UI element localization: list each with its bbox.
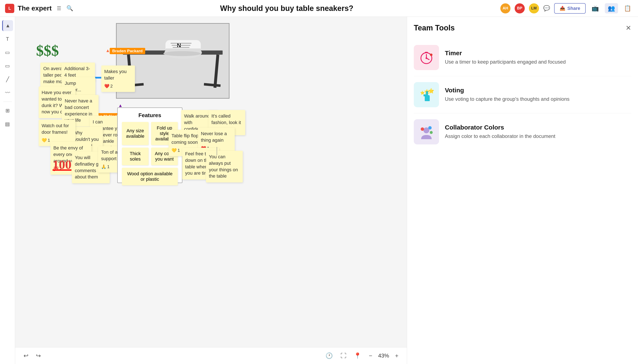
svg-point-19	[430, 54, 433, 56]
close-panel-button[interactable]: ✕	[625, 24, 631, 32]
share-icon: 📤	[560, 6, 565, 11]
svg-rect-2	[213, 54, 219, 88]
voting-icon-area: ⭐ ⭐ ⭐	[414, 82, 439, 107]
cursor-label-braden: Braden Packard	[110, 48, 145, 54]
cursor-braden: ▲ Braden Packard	[106, 48, 110, 53]
sticky-taller2[interactable]: Makes you taller ❤️2	[101, 66, 135, 92]
svg-rect-4	[204, 83, 221, 87]
timer-tool-item[interactable]: Timer Use a timer to keep participants e…	[414, 39, 631, 76]
select-tool[interactable]: ▲	[2, 20, 13, 31]
dollar-signs: $$$	[36, 42, 59, 60]
fullscreen-button[interactable]: ⛶	[339, 350, 348, 361]
page-title: Why should you buy table sneakers?	[220, 4, 353, 13]
left-toolbar: ▲ T ▭ ▭ ╱ 〰 ⊞ ▤	[0, 17, 15, 364]
present-icon[interactable]: 📺	[590, 3, 600, 14]
shape-tool-2[interactable]: ▭	[2, 60, 13, 71]
feature-thick-soles: Thick soles	[122, 148, 149, 165]
canvas: $$$ N ▲ Braden Packard	[15, 17, 407, 347]
zoom-controls: 🕐 ⛶ 📍 − 43% +	[324, 350, 400, 361]
avatar-bp: BP	[515, 3, 525, 14]
notes-icon[interactable]: 📋	[622, 3, 633, 14]
timer-icon-area	[414, 45, 439, 70]
svg-point-8	[163, 51, 201, 56]
collab-icon-area	[414, 119, 439, 144]
line-tool[interactable]: ╱	[2, 74, 13, 85]
grid-tool[interactable]: ⊞	[2, 105, 13, 116]
avatar-ah: AH	[500, 3, 510, 14]
timer-title: Timer	[445, 50, 566, 57]
sticky-text: You can always put your things on the ta…	[209, 154, 238, 179]
header-right: AH BP LM 💬 📤 Share 📺 👥 📋	[500, 3, 633, 14]
zoom-out-button[interactable]: −	[367, 351, 374, 361]
features-title: Features	[122, 112, 178, 118]
table-tool[interactable]: ▤	[2, 118, 13, 130]
team-icon[interactable]: 👥	[605, 3, 618, 14]
app-title: The expert	[18, 4, 52, 12]
voting-title: Voting	[445, 87, 569, 94]
svg-point-26	[430, 131, 433, 134]
hundred-emoji: 100	[53, 158, 72, 172]
history-button[interactable]: 🕐	[324, 350, 335, 361]
redo-button[interactable]: ↪	[34, 350, 43, 361]
voting-icon: ⭐ ⭐ ⭐	[419, 87, 434, 102]
voting-desc: Use voting to capture the group's though…	[445, 96, 569, 103]
history-controls: ↩ ↪	[22, 350, 43, 361]
svg-point-18	[426, 57, 427, 59]
feature-any-size: Any size available	[122, 122, 149, 145]
collab-title: Collaborator Colors	[445, 124, 555, 131]
location-button[interactable]: 📍	[352, 350, 363, 361]
zoom-level: 43%	[378, 352, 389, 359]
svg-point-25	[428, 126, 432, 130]
panel-title: Team Tools	[414, 24, 455, 32]
bottom-bar: ↩ ↪ 🕐 ⛶ 📍 − 43% +	[15, 347, 407, 364]
header-center: Why should you buy table sneakers?	[77, 4, 497, 13]
svg-rect-17	[425, 52, 428, 53]
svg-text:⭐: ⭐	[428, 88, 434, 94]
share-button[interactable]: 📤 Share	[554, 3, 586, 14]
collab-desc: Assign color to each collaborator in the…	[445, 133, 555, 140]
logo: L	[5, 4, 14, 13]
undo-button[interactable]: ↩	[22, 350, 30, 361]
sticky-text: Watch out for door frames!	[42, 123, 69, 135]
right-panel: Team Tools ✕ Timer Use a timer to keep p…	[407, 17, 638, 364]
chat-icon[interactable]: 💬	[543, 5, 550, 12]
text-tool[interactable]: T	[2, 34, 13, 44]
search-icon[interactable]: 🔍	[66, 5, 73, 12]
header: L The expert ☰ 🔍 Why should you buy tabl…	[0, 0, 638, 17]
sticky-reaction: ❤️2	[104, 83, 132, 89]
menu-icon[interactable]: ☰	[57, 6, 61, 11]
share-label: Share	[567, 6, 580, 11]
svg-point-24	[421, 128, 424, 131]
avatar-lm: LM	[529, 3, 539, 14]
sticky-text: Additional 3-4 feet	[64, 66, 90, 78]
voting-tool-item[interactable]: ⭐ ⭐ ⭐ Voting Use voting to capture the g…	[414, 76, 631, 113]
timer-icon	[419, 50, 434, 65]
panel-header: Team Tools ✕	[414, 24, 631, 32]
sticky-text: Never have a bad concert experience in y…	[65, 98, 92, 123]
sticky-text: Table flip flops coming soon	[171, 133, 201, 145]
timer-desc: Use a timer to keep participants engaged…	[445, 58, 566, 66]
toolbar-divider	[3, 102, 12, 102]
collab-tool-item[interactable]: Collaborator Colors Assign color to each…	[414, 113, 631, 150]
sticky-things[interactable]: You can always put your things on the ta…	[206, 151, 243, 182]
voting-info: Voting Use voting to capture the group's…	[445, 87, 569, 103]
sticky-text: Never lose a thing again	[201, 131, 227, 143]
draw-tool[interactable]: 〰	[2, 87, 13, 98]
collab-icon	[419, 124, 434, 139]
feature-wood: Wood option available or plastic	[122, 168, 178, 185]
sticky-text: Makes you taller	[104, 69, 127, 80]
collab-info: Collaborator Colors Assign color to each…	[445, 124, 555, 140]
zoom-in-button[interactable]: +	[393, 351, 400, 361]
timer-info: Timer Use a timer to keep participants e…	[445, 50, 566, 66]
shape-tool-1[interactable]: ▭	[2, 47, 13, 58]
